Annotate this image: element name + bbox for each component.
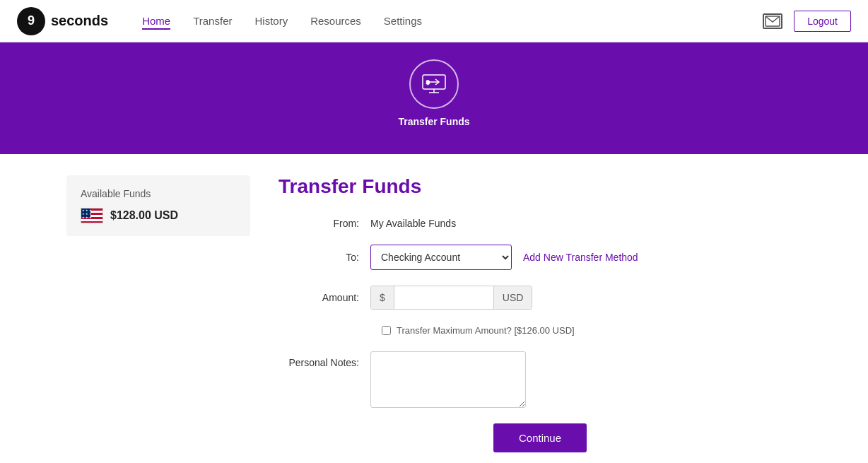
amount-input-group: $ USD: [370, 286, 532, 310]
nav-link-home[interactable]: Home: [142, 15, 170, 30]
continue-row: Continue: [278, 423, 802, 452]
to-select-wrapper: Checking Account Savings Account Add New…: [370, 245, 638, 270]
nav-link-transfer[interactable]: Transfer: [193, 15, 232, 27]
available-funds-value: $128.00 USD: [110, 209, 178, 222]
nav-item-transfer[interactable]: Transfer: [193, 15, 232, 28]
amount-label: Amount:: [278, 292, 370, 303]
main-content: Available Funds ★★★★★★★★★ $128.00 USD: [45, 154, 823, 463]
continue-button[interactable]: Continue: [493, 423, 587, 452]
nav-item-history[interactable]: History: [254, 15, 288, 28]
hero-arrow: [414, 139, 454, 154]
hero-banner: $ Transfer Funds: [0, 42, 868, 154]
svg-text:$: $: [426, 79, 430, 86]
us-flag-icon: ★★★★★★★★★: [81, 208, 103, 223]
nav-item-home[interactable]: Home: [142, 15, 170, 28]
from-row: From: My Available Funds: [278, 218, 802, 229]
logout-button[interactable]: Logout: [794, 11, 851, 32]
transfer-max-checkbox[interactable]: [382, 326, 391, 335]
nav-right: Logout: [763, 11, 851, 32]
navbar: 9 seconds Home Transfer History Resource…: [0, 0, 868, 42]
available-funds-title: Available Funds: [81, 188, 236, 199]
add-transfer-method-link[interactable]: Add New Transfer Method: [523, 252, 638, 263]
available-funds-amount: ★★★★★★★★★ $128.00 USD: [81, 208, 236, 223]
amount-suffix: USD: [493, 286, 532, 309]
amount-input[interactable]: [394, 286, 493, 309]
page-title: Transfer Funds: [278, 175, 802, 198]
transfer-funds-icon: $: [420, 70, 448, 98]
personal-notes-textarea[interactable]: [370, 351, 526, 408]
nav-links: Home Transfer History Resources Settings: [142, 15, 422, 28]
personal-notes-label: Personal Notes:: [278, 351, 370, 368]
personal-notes-row: Personal Notes:: [278, 351, 802, 408]
logo-text: seconds: [51, 13, 108, 29]
available-funds-card: Available Funds ★★★★★★★★★ $128.00 USD: [66, 175, 250, 236]
sidebar: Available Funds ★★★★★★★★★ $128.00 USD: [66, 175, 250, 452]
amount-row: Amount: $ USD: [278, 286, 802, 310]
hero-icon-circle: $: [409, 59, 459, 109]
nav-item-settings[interactable]: Settings: [384, 15, 422, 28]
nav-item-resources[interactable]: Resources: [310, 15, 361, 28]
from-label: From:: [278, 218, 370, 229]
logo-link[interactable]: 9 seconds: [17, 7, 108, 35]
nav-link-history[interactable]: History: [254, 15, 288, 27]
nav-link-settings[interactable]: Settings: [384, 15, 422, 27]
to-row: To: Checking Account Savings Account Add…: [278, 245, 802, 270]
amount-prefix: $: [371, 286, 394, 309]
nav-link-resources[interactable]: Resources: [310, 15, 361, 27]
account-select[interactable]: Checking Account Savings Account: [370, 245, 512, 270]
to-label: To:: [278, 252, 370, 263]
mail-icon[interactable]: [763, 13, 782, 29]
logo-circle: 9: [17, 7, 45, 35]
logo-symbol: 9: [28, 13, 35, 28]
transfer-max-label[interactable]: Transfer Maximum Amount? [$126.00 USD]: [397, 325, 575, 336]
transfer-form: Transfer Funds From: My Available Funds …: [250, 175, 802, 452]
from-value: My Available Funds: [370, 218, 456, 229]
hero-label: Transfer Funds: [398, 116, 469, 127]
checkbox-row: Transfer Maximum Amount? [$126.00 USD]: [382, 325, 802, 336]
